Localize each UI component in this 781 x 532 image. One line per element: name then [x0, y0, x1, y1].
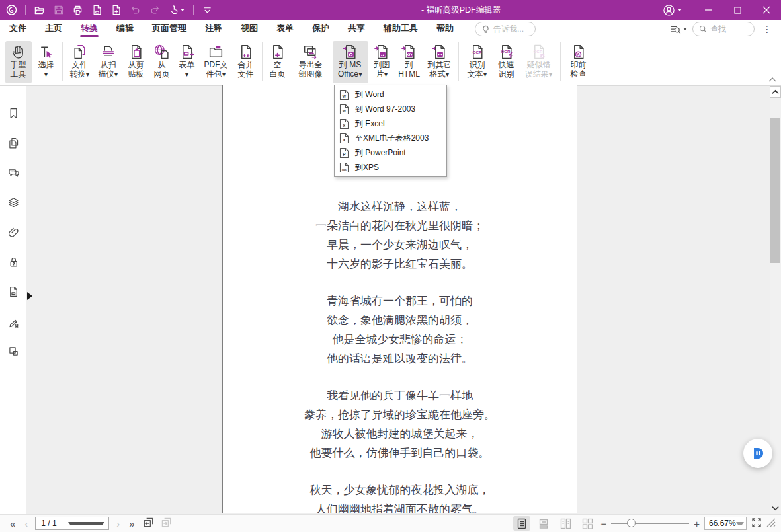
dropdown-item-to-word-97-2003[interactable]: w到 Word 97-2003 [335, 102, 446, 116]
ribbon-button-preflight[interactable]: A印前检查 [565, 41, 593, 83]
add-page-icon[interactable] [110, 5, 122, 16]
tab-主页[interactable]: 主页 [36, 20, 71, 38]
tab-保护[interactable]: 保护 [303, 20, 339, 38]
tab-视图[interactable]: 视图 [231, 20, 267, 38]
ribbon-button-form[interactable]: 表单▾ [175, 41, 199, 83]
tell-me-input[interactable] [493, 24, 529, 34]
tab-页面管理[interactable]: 页面管理 [143, 20, 196, 38]
zoom-slider-thumb[interactable] [627, 519, 636, 527]
scrollbar-thumb[interactable] [770, 118, 780, 263]
find-input[interactable] [710, 24, 743, 34]
dropdown-item-to-powerpoint[interactable]: P到 PowerPoint [335, 145, 446, 160]
page-caret-icon [68, 522, 104, 525]
zoom-out-button[interactable]: − [600, 518, 606, 529]
last-page-button[interactable]: » [124, 518, 139, 529]
advanced-search-button[interactable] [670, 24, 687, 34]
more-options-button[interactable]: ⋮ [760, 24, 774, 34]
panel-expand-handle[interactable] [27, 292, 32, 300]
svg-text:w: w [342, 94, 347, 98]
ribbon-button-to-other[interactable]: 到其它格式▾ [425, 41, 455, 83]
ribbon-button-to-html[interactable]: 到HTML [396, 41, 423, 83]
sidebar-panel-article[interactable] [7, 345, 20, 358]
ribbon-button-pdf-package[interactable]: PDF文件包▾ [201, 41, 231, 83]
ribbon-button-export-images[interactable]: 导出全部图像 [291, 41, 331, 83]
ribbon-button-select-tool[interactable]: 选择▾ [34, 41, 59, 83]
dropdown-item-to-word[interactable]: w到 Word [335, 87, 446, 102]
customize-toolbar-icon[interactable] [202, 5, 213, 16]
minimize-button[interactable] [694, 0, 723, 20]
sidebar-panel-bookmark[interactable] [7, 107, 20, 120]
dropdown-item-label: 到 PowerPoint [355, 147, 406, 159]
touch-mode-icon[interactable] [168, 5, 185, 16]
bookmark-icon [7, 107, 20, 120]
foxit-logo-icon[interactable] [6, 5, 17, 16]
dropdown-item-to-xml-spreadsheet-2003[interactable]: x至XML电子表格2003 [335, 131, 446, 145]
sidebar-panel-security[interactable] [7, 256, 20, 268]
resize-grip[interactable] [766, 518, 776, 529]
ai-assistant-button[interactable] [743, 439, 772, 468]
tell-me-search[interactable] [475, 22, 536, 36]
export-page-icon[interactable] [91, 5, 103, 16]
sidebar-panel-attachment[interactable] [7, 226, 20, 239]
sidebar-panel-destination[interactable] [7, 285, 20, 298]
tab-帮助[interactable]: 帮助 [427, 20, 463, 38]
ribbon-button-hand-tool[interactable]: 手型工具 [5, 41, 32, 83]
zoom-level-dropdown[interactable]: 66.67% [704, 517, 747, 530]
continuous-view-button[interactable] [535, 516, 552, 531]
svg-text:A: A [577, 52, 580, 56]
close-button[interactable] [752, 0, 781, 20]
zoom-slider[interactable] [611, 517, 689, 530]
undo-icon[interactable] [130, 5, 141, 16]
svg-text:w: w [342, 108, 347, 113]
tab-编辑[interactable]: 编辑 [107, 20, 143, 38]
sidebar-panel-layers[interactable] [7, 196, 20, 209]
scroll-up-button[interactable] [770, 86, 781, 98]
next-view-button[interactable] [161, 517, 172, 530]
ribbon-button-from-web[interactable]: 从网页 [151, 41, 173, 83]
ribbon-button-file-convert[interactable]: 文件转换▾ [67, 41, 93, 83]
first-page-button[interactable]: « [5, 518, 20, 529]
tab-表单[interactable]: 表单 [267, 20, 303, 38]
ribbon-button-merge-files[interactable]: 合并文件 [233, 41, 259, 83]
tab-转换[interactable]: 转换 [71, 20, 107, 38]
sidebar-panel-pages[interactable] [7, 137, 20, 149]
open-folder-icon[interactable] [34, 5, 45, 16]
tab-共享[interactable]: 共享 [339, 20, 374, 38]
ribbon-button-label: 手型 [11, 60, 26, 69]
attachment-icon [7, 226, 20, 239]
scroll-down-button[interactable] [770, 502, 781, 514]
account-button[interactable] [663, 4, 682, 17]
previous-view-button[interactable] [143, 517, 154, 530]
continuous-facing-view-button[interactable] [579, 516, 596, 531]
sidebar-panel-comments[interactable] [7, 167, 20, 179]
sidebar-panel-signature[interactable] [7, 315, 20, 328]
print-icon[interactable] [72, 5, 83, 16]
ribbon-button-to-ms-office[interactable]: 到 MSOffice▾ [333, 41, 368, 83]
dropdown-item-to-excel[interactable]: x到 Excel [335, 116, 446, 131]
ribbon-button-from-clipboard[interactable]: 从剪贴板 [124, 41, 149, 83]
ribbon-button-from-scanner[interactable]: 从扫描仪▾ [95, 41, 122, 83]
tab-注释[interactable]: 注释 [196, 20, 231, 38]
redo-icon[interactable] [149, 5, 160, 16]
maximize-button[interactable] [723, 0, 752, 20]
page-number-dropdown[interactable]: 1 / 1 [35, 517, 109, 530]
single-page-view-button[interactable] [513, 516, 530, 531]
dropdown-item-to-xps[interactable]: xps到XPS [335, 160, 446, 174]
tab-辅助工具[interactable]: 辅助工具 [374, 20, 427, 38]
ribbon-button-to-image[interactable]: 到图片▾ [370, 41, 394, 83]
previous-page-button[interactable]: ‹ [20, 518, 32, 529]
fit-screen-button[interactable] [751, 517, 762, 530]
save-icon[interactable] [53, 5, 64, 16]
zoom-in-button[interactable]: + [694, 518, 700, 529]
ribbon-button-blank-page[interactable]: 空白页 [267, 41, 289, 83]
ribbon-button-label: 工具 [11, 69, 26, 79]
to-word-file-icon: w [339, 89, 349, 100]
ribbon-button-ocr-text[interactable]: OCR识别文本▾ [463, 41, 492, 83]
tab-文件[interactable]: 文件 [0, 20, 36, 38]
find-box[interactable] [692, 22, 755, 36]
collapse-ribbon-icon[interactable] [768, 73, 777, 85]
next-page-button[interactable]: › [112, 518, 124, 529]
ribbon-button-label: 格式▾ [429, 69, 449, 79]
ribbon-button-quick-ocr[interactable]: OCR快速识别 [494, 41, 519, 83]
facing-view-button[interactable] [557, 516, 574, 531]
